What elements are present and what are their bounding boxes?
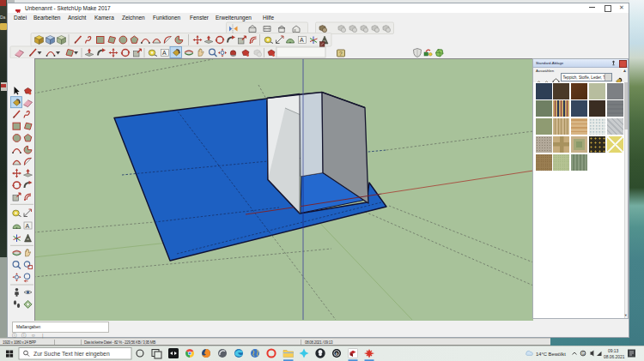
svg-text:Zur Suche Text hier eingeben: Zur Suche Text hier eingeben [33,351,110,358]
svg-text:G: G [581,352,585,356]
svg-text:09:13: 09:13 [608,349,619,353]
svg-text:14°C Bewölkt: 14°C Bewölkt [536,352,566,357]
svg-text:08.06.2021: 08.06.2021 [604,355,625,359]
